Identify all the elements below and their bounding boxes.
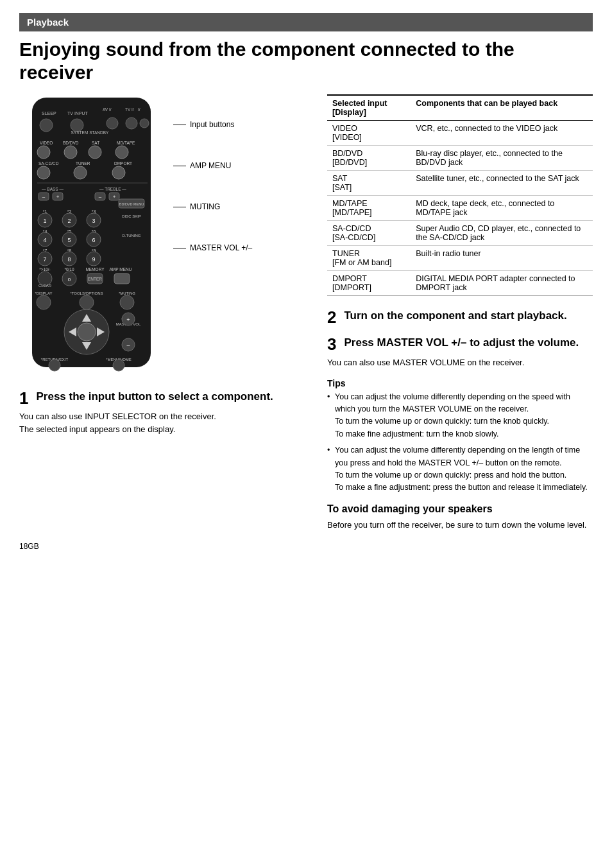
- master-vol-label: MASTER VOL +/–: [190, 243, 252, 252]
- svg-point-100: [113, 360, 124, 371]
- svg-text:*0/10: *0/10: [64, 267, 74, 272]
- svg-point-16: [37, 146, 50, 159]
- step-2-block: 2 Turn on the component and start playba…: [327, 309, 593, 327]
- section-header: Playback: [19, 13, 593, 31]
- avoid-title: To avoid damaging your speakers: [327, 503, 593, 515]
- svg-text:6: 6: [92, 237, 95, 243]
- step-2-title: Turn on the component and start playback…: [344, 309, 566, 323]
- muting-label: MUTING: [190, 202, 220, 211]
- table-cell-desc: Blu-ray disc player, etc., connected to …: [411, 146, 593, 171]
- annotation-master-vol: MASTER VOL +/–: [173, 243, 252, 252]
- step-1-body: You can also use INPUT SELECTOR on the r…: [19, 410, 314, 435]
- table-cell-desc: Built-in radio tuner: [411, 246, 593, 271]
- svg-point-9: [126, 117, 137, 129]
- svg-point-84: [120, 295, 134, 309]
- step-1-header: 1 Press the input button to select a com…: [19, 390, 314, 408]
- svg-text:*TOOLS/OPTIONS: *TOOLS/OPTIONS: [70, 291, 103, 295]
- svg-text:4: 4: [43, 237, 46, 243]
- annotation-line-4: [173, 248, 186, 248]
- table-cell-input: SAT [SAT]: [327, 171, 411, 196]
- section-label: Playback: [27, 17, 69, 28]
- step-1-body-line1: You can also use INPUT SELECTOR on the r…: [19, 410, 314, 423]
- table-cell-desc: MD deck, tape deck, etc., connected to M…: [411, 196, 593, 221]
- svg-text:MEMORY: MEMORY: [85, 267, 105, 272]
- step-3-header: 3 Press MASTER VOL +/– to adjust the vol…: [327, 336, 593, 354]
- svg-text:*MUTING: *MUTING: [119, 291, 135, 295]
- remote-illustration: SLEEP TV INPUT AV I/ TV I/ I/ SYSTEM STA…: [19, 94, 314, 377]
- svg-text:–: –: [126, 342, 130, 349]
- page-number: 18GB: [19, 542, 593, 551]
- svg-text:2: 2: [67, 218, 71, 224]
- remote-annotations: Input buttons AMP MENU MUTING MASTER VOL…: [173, 94, 252, 252]
- svg-point-8: [106, 117, 118, 129]
- amp-menu-label: AMP MENU: [190, 161, 231, 170]
- step-3-body-line1: You can also use MASTER VOLUME on the re…: [327, 356, 593, 369]
- svg-text:DISC SKIP: DISC SKIP: [122, 214, 141, 218]
- svg-point-25: [112, 166, 125, 179]
- annotation-input-buttons: Input buttons: [173, 120, 252, 129]
- table-cell-desc: DIGITAL MEDIA PORT adapter connected to …: [411, 271, 593, 296]
- table-cell-desc: Satellite tuner, etc., connected to the …: [411, 171, 593, 196]
- table-cell-input: VIDEO [VIDEO]: [327, 121, 411, 146]
- input-buttons-label: Input buttons: [190, 120, 234, 129]
- svg-text:BD/DVD: BD/DVD: [63, 141, 79, 145]
- svg-text:ENTER: ENTER: [88, 277, 102, 281]
- remote-svg: SLEEP TV INPUT AV I/ TV I/ I/ SYSTEM STA…: [19, 94, 167, 377]
- step-3-block: 3 Press MASTER VOL +/– to adjust the vol…: [327, 336, 593, 369]
- table-cell-input: BD/DVD [BD/DVD]: [327, 146, 411, 171]
- svg-text:7: 7: [43, 256, 46, 263]
- svg-text:SA-CD/CD: SA-CD/CD: [38, 161, 59, 166]
- table-row: MD/TAPE [MD/TAPE]MD deck, tape deck, etc…: [327, 196, 593, 221]
- svg-point-19: [115, 146, 128, 159]
- step-3-number: 3: [327, 336, 336, 352]
- tips-title: Tips: [327, 378, 593, 388]
- annotation-amp-menu: AMP MENU: [173, 161, 252, 170]
- step-1-body-line2: The selected input appears on the displa…: [19, 423, 314, 436]
- step-1-title: Press the input button to select a compo…: [36, 390, 273, 404]
- table-row: VIDEO [VIDEO]VCR, etc., connected to the…: [327, 121, 593, 146]
- svg-text:*>10/-: *>10/-: [39, 267, 51, 272]
- avoid-body: Before you turn off the receiver, be sur…: [327, 519, 593, 532]
- table-cell-desc: VCR, etc., connected to the VIDEO jack: [411, 121, 593, 146]
- svg-text:TV INPUT: TV INPUT: [67, 111, 89, 116]
- svg-text:D.TUNING: D.TUNING: [123, 234, 141, 238]
- step-1-number: 1: [19, 390, 28, 406]
- annotation-line-3: [173, 207, 186, 207]
- svg-point-24: [74, 166, 87, 179]
- svg-text:BD/DVD MENU: BD/DVD MENU: [119, 202, 144, 206]
- svg-text:–: –: [42, 194, 46, 200]
- svg-text:1: 1: [43, 218, 46, 224]
- step-1-block: 1 Press the input button to select a com…: [19, 390, 314, 435]
- svg-text:SYSTEM STANDBY: SYSTEM STANDBY: [71, 130, 109, 135]
- svg-text:— BASS —: — BASS —: [42, 187, 64, 191]
- svg-text:3: 3: [92, 218, 95, 224]
- svg-point-18: [89, 146, 101, 159]
- svg-text:VIDEO: VIDEO: [40, 141, 53, 145]
- table-row: BD/DVD [BD/DVD]Blu-ray disc player, etc.…: [327, 146, 593, 171]
- step-2-header: 2 Turn on the component and start playba…: [327, 309, 593, 327]
- tips-item: You can adjust the volume differently de…: [327, 391, 593, 441]
- svg-point-23: [37, 166, 50, 179]
- annotation-line-2: [173, 166, 186, 166]
- table-cell-input: TUNER [FM or AM band]: [327, 246, 411, 271]
- svg-text:SLEEP: SLEEP: [42, 111, 56, 116]
- table-row: SAT [SAT]Satellite tuner, etc., connecte…: [327, 171, 593, 196]
- step-2-number: 2: [327, 309, 336, 326]
- right-column: Selected input [Display] Components that…: [327, 94, 593, 532]
- svg-text:CLEAR: CLEAR: [38, 284, 52, 288]
- table-cell-input: DMPORT [DMPORT]: [327, 271, 411, 296]
- svg-point-99: [49, 360, 60, 371]
- svg-text:0: 0: [68, 277, 71, 282]
- svg-point-6: [40, 119, 53, 132]
- svg-text:*DISPLAY: *DISPLAY: [35, 291, 52, 295]
- table-row: SA-CD/CD [SA-CD/CD]Super Audio CD, CD pl…: [327, 221, 593, 246]
- svg-text:AMP MENU: AMP MENU: [110, 267, 132, 272]
- svg-text:MD/TAPE: MD/TAPE: [117, 141, 135, 145]
- svg-text:+: +: [56, 194, 60, 200]
- table-cell-input: MD/TAPE [MD/TAPE]: [327, 196, 411, 221]
- table-row: TUNER [FM or AM band]Built-in radio tune…: [327, 246, 593, 271]
- page-container: Playback Enjoying sound from the compone…: [19, 13, 593, 551]
- svg-text:9: 9: [92, 256, 95, 263]
- svg-point-86: [78, 323, 96, 341]
- svg-text:TUNER: TUNER: [76, 161, 90, 166]
